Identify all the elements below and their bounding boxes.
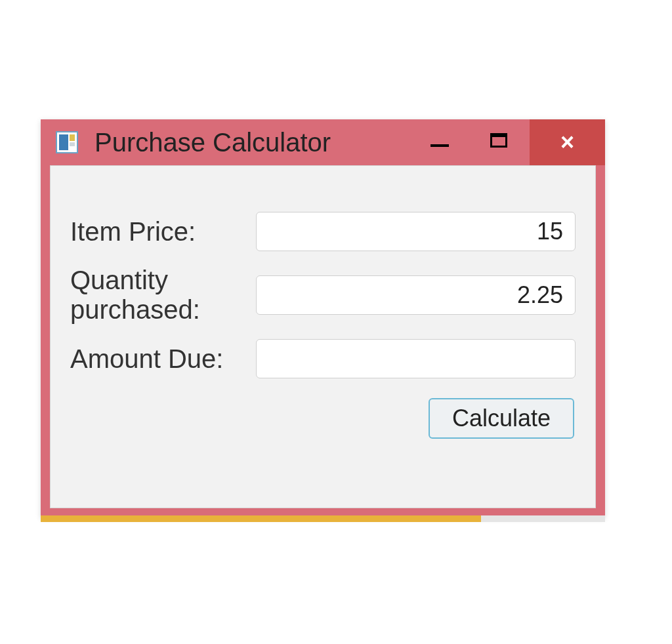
quantity-label: Quantity purchased: — [70, 266, 256, 325]
minimize-icon — [430, 143, 449, 147]
client-area: Item Price: Quantity purchased: Amount D… — [50, 165, 596, 508]
maximize-icon — [490, 133, 507, 148]
minimize-button[interactable] — [411, 119, 467, 165]
quantity-input[interactable] — [256, 275, 576, 315]
titlebar[interactable]: Purchase Calculator × — [41, 119, 605, 165]
maximize-button[interactable] — [467, 119, 530, 165]
app-icon — [55, 131, 79, 154]
row-amount-due: Amount Due: — [70, 339, 576, 378]
decorative-strip — [41, 515, 605, 522]
calculate-button[interactable]: Calculate — [429, 398, 574, 439]
close-icon: × — [560, 131, 574, 154]
amount-due-input[interactable] — [256, 339, 576, 378]
item-price-label: Item Price: — [70, 217, 256, 247]
svg-rect-3 — [70, 142, 75, 146]
actions-row: Calculate — [70, 398, 576, 439]
window-title: Purchase Calculator — [94, 128, 331, 157]
svg-rect-1 — [59, 134, 68, 150]
item-price-input[interactable] — [256, 212, 576, 251]
window-controls: × — [411, 119, 605, 165]
row-quantity: Quantity purchased: — [70, 266, 576, 325]
row-item-price: Item Price: — [70, 212, 576, 251]
purchase-calculator-window: Purchase Calculator × Item Price: Quanti… — [41, 119, 605, 517]
close-button[interactable]: × — [530, 119, 605, 165]
svg-rect-2 — [70, 134, 75, 141]
amount-due-label: Amount Due: — [70, 344, 256, 374]
